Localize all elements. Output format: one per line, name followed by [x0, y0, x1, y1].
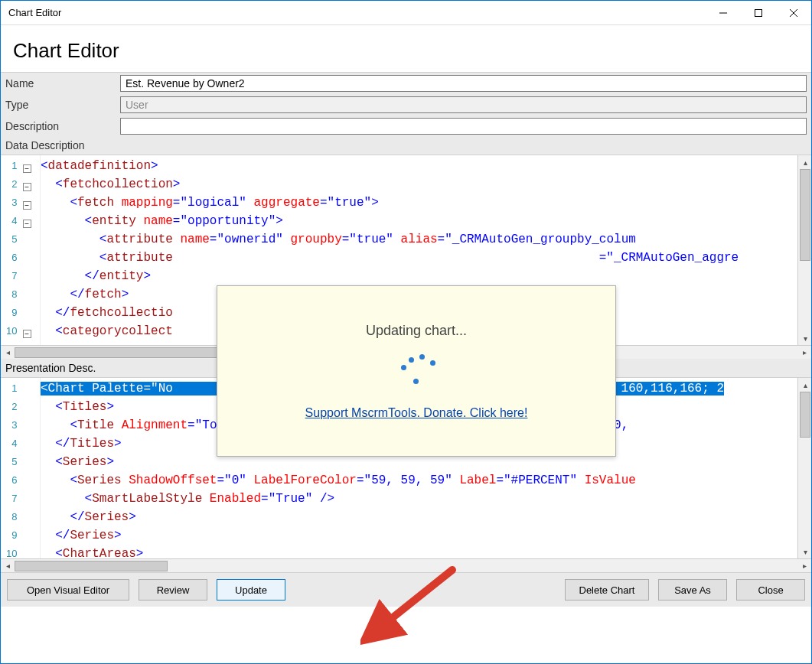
pres-editor-hscroll[interactable]: ◂ ▸	[1, 558, 811, 572]
type-field	[120, 96, 807, 113]
titlebar: Chart Editor	[1, 1, 811, 25]
update-button[interactable]: Update	[217, 579, 285, 601]
donate-link[interactable]: Support MscrmTools. Donate. Click here!	[305, 406, 528, 420]
chart-properties-form: Name Type Description Data Description	[1, 72, 811, 155]
scroll-left-icon[interactable]: ◂	[1, 559, 15, 573]
name-label: Name	[5, 77, 120, 90]
maximize-button[interactable]	[741, 1, 776, 24]
scroll-down-icon[interactable]: ▾	[798, 331, 811, 345]
minimize-button[interactable]	[706, 1, 741, 24]
loading-spinner-icon	[393, 350, 439, 395]
pres-editor-gutter: 12345678910	[1, 378, 41, 558]
data-editor-gutter: 12345678910 − − − − −	[1, 155, 41, 345]
popup-message: Updating chart...	[366, 323, 467, 339]
svg-rect-1	[755, 9, 762, 16]
button-bar: Open Visual Editor Review Update Delete …	[1, 572, 811, 607]
scroll-right-icon[interactable]: ▸	[797, 559, 811, 573]
data-editor-vscroll[interactable]: ▴ ▾	[797, 155, 811, 345]
name-field[interactable]	[120, 75, 807, 92]
window-title: Chart Editor	[8, 7, 61, 18]
delete-chart-button[interactable]: Delete Chart	[565, 579, 649, 601]
minimize-icon	[719, 8, 728, 18]
save-as-button[interactable]: Save As	[658, 579, 727, 601]
close-icon	[789, 8, 798, 18]
updating-chart-popup: Updating chart... Support MscrmTools. Do…	[217, 285, 616, 457]
maximize-icon	[754, 8, 763, 18]
data-description-label: Data Description	[5, 139, 120, 151]
scroll-up-icon[interactable]: ▴	[798, 378, 811, 392]
scroll-down-icon[interactable]: ▾	[798, 545, 811, 558]
description-field[interactable]	[120, 118, 807, 135]
close-button[interactable]: Close	[736, 579, 805, 601]
scroll-up-icon[interactable]: ▴	[798, 155, 811, 169]
open-visual-editor-button[interactable]: Open Visual Editor	[7, 579, 129, 601]
scroll-left-icon[interactable]: ◂	[1, 346, 15, 360]
review-button[interactable]: Review	[139, 579, 207, 601]
pres-editor-vscroll[interactable]: ▴ ▾	[797, 378, 811, 558]
description-label: Description	[5, 120, 120, 132]
type-label: Type	[5, 99, 120, 111]
page-title: Chart Editor	[1, 25, 811, 72]
scroll-right-icon[interactable]: ▸	[797, 346, 811, 360]
close-window-button[interactable]	[776, 1, 811, 24]
